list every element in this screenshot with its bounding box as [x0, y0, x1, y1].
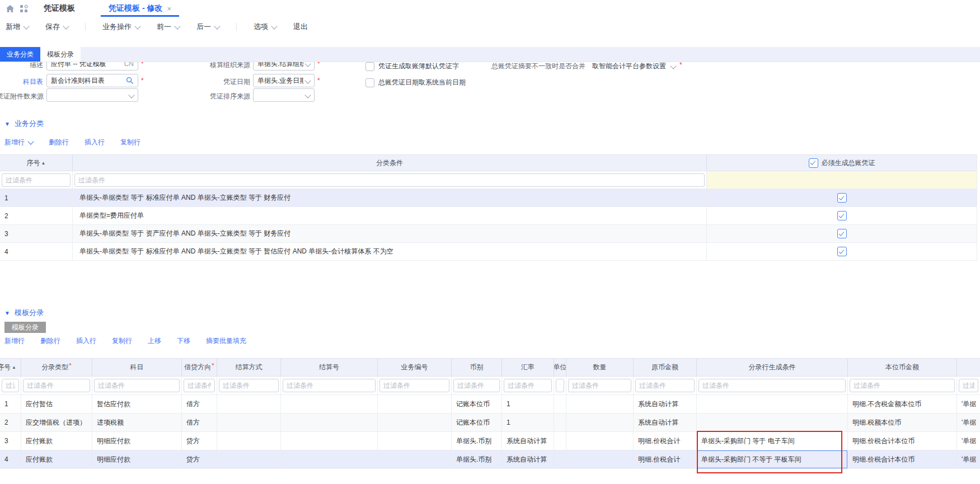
- search-icon[interactable]: [126, 77, 134, 84]
- business-section-header[interactable]: ▼ 业务分类: [4, 119, 44, 129]
- settle-no-cell[interactable]: [281, 432, 378, 450]
- seq-cell[interactable]: 1: [0, 189, 73, 206]
- base-amount-cell[interactable]: 明细.价税合计本位币: [848, 432, 957, 450]
- filter-input[interactable]: [635, 379, 695, 392]
- settle-method-cell[interactable]: [217, 450, 281, 468]
- currency-cell[interactable]: 记账本位币: [452, 413, 502, 431]
- filter-input[interactable]: [2, 379, 19, 392]
- dc-direction-cell[interactable]: 借方: [182, 413, 217, 431]
- filter-input[interactable]: [850, 379, 955, 392]
- seq-cell[interactable]: 3: [0, 225, 73, 242]
- seq-cell[interactable]: 1: [0, 395, 21, 413]
- entry-type-cell[interactable]: 应付账款: [21, 450, 92, 468]
- table-row[interactable]: 2 单据类型=费用应付单: [0, 207, 977, 225]
- base-amount-cell[interactable]: 明细.税额本位币: [848, 413, 957, 431]
- table-row[interactable]: 1 单据头-单据类型 等于 标准应付单 AND 单据头-立账类型 等于 财务应付: [0, 189, 977, 207]
- entry-type-cell[interactable]: 应付账款: [21, 432, 92, 450]
- table-row[interactable]: 1 应付暂估 暂估应付款 借方 记账本位币 1 系统自动计算 明细.不含税金额本…: [0, 395, 980, 413]
- batch-fill-summary-button[interactable]: 摘要批量填充: [206, 336, 246, 346]
- seq-cell[interactable]: 2: [0, 413, 21, 431]
- row-checkbox[interactable]: [837, 229, 847, 238]
- insert-row-button[interactable]: 插入行: [85, 138, 105, 147]
- filter-input[interactable]: [453, 379, 500, 392]
- exchange-rate-cell[interactable]: 系统自动计算: [502, 432, 554, 450]
- settle-no-cell[interactable]: [281, 395, 378, 413]
- close-icon[interactable]: ×: [167, 4, 171, 13]
- table-row[interactable]: 4 单据头-单据类型 等于 标准应付单 AND 单据头-立账类型 等于 暂估应付…: [0, 243, 977, 261]
- merge-option-select[interactable]: 取智能会计平台参数设置: [592, 62, 676, 71]
- unit-cell[interactable]: [554, 395, 566, 413]
- condition-filter-input[interactable]: [74, 173, 705, 187]
- quantity-cell[interactable]: [566, 413, 634, 431]
- menu-new[interactable]: 新增: [6, 22, 29, 32]
- window-tab-voucher-template-edit[interactable]: 凭证模板 - 修改 ×: [101, 0, 179, 17]
- sort-source-select[interactable]: [253, 88, 315, 102]
- seq-cell[interactable]: 3: [0, 432, 21, 450]
- settle-method-cell[interactable]: [217, 413, 281, 431]
- seq-filter-input[interactable]: [2, 173, 71, 187]
- original-amount-cell[interactable]: 明细.价税合计: [634, 432, 697, 450]
- home-icon[interactable]: [6, 4, 15, 13]
- entry-condition-cell[interactable]: [697, 395, 848, 413]
- menu-exit[interactable]: 退出: [293, 22, 308, 32]
- entries-subtab[interactable]: 模板分录: [4, 322, 46, 333]
- menu-save[interactable]: 保存: [45, 22, 68, 32]
- filter-input[interactable]: [504, 379, 552, 392]
- unit-cell[interactable]: [554, 432, 566, 450]
- copy-row-button[interactable]: 复制行: [120, 138, 140, 147]
- business-no-cell[interactable]: [378, 450, 452, 468]
- exchange-rate-cell[interactable]: 1: [502, 395, 554, 413]
- window-tab-voucher-template[interactable]: 凭证模板: [44, 3, 75, 13]
- quantity-cell[interactable]: [566, 450, 634, 468]
- dc-direction-cell[interactable]: 借方: [182, 395, 217, 413]
- filter-input[interactable]: [283, 379, 376, 392]
- move-up-button[interactable]: 上移: [148, 336, 161, 346]
- base-amount-cell[interactable]: 明细.不含税金额本位币: [848, 395, 957, 413]
- unit-cell[interactable]: [554, 413, 566, 431]
- table-row-selected[interactable]: 4 应付账款 明细应付款 贷方 单据头.币别 系统自动计算 明细.价税合计 单据…: [0, 450, 980, 469]
- table-row[interactable]: 3 应付账款 明细应付款 贷方 单据头.币别 系统自动计算 明细.价税合计 单据…: [0, 432, 980, 450]
- business-no-cell[interactable]: [378, 395, 452, 413]
- quantity-cell[interactable]: [566, 432, 634, 450]
- entry-condition-cell-selected[interactable]: 单据头-采购部门 不等于 平板车间: [697, 450, 848, 468]
- table-row[interactable]: 3 单据头-单据类型 等于 资产应付单 AND 单据头-立账类型 等于 财务应付: [0, 225, 977, 243]
- account-cell[interactable]: 明细应付款: [92, 432, 182, 450]
- filter-input[interactable]: [698, 379, 846, 392]
- add-row-button[interactable]: 新增行: [4, 336, 25, 346]
- filter-input[interactable]: [379, 379, 449, 392]
- copy-row-button[interactable]: 复制行: [112, 336, 132, 346]
- summary-cell[interactable]: '单据: [957, 413, 980, 431]
- condition-cell[interactable]: 单据头-单据类型 等于 标准应付单 AND 单据头-立账类型 等于 暂估应付 A…: [73, 243, 707, 260]
- exchange-rate-cell[interactable]: 1: [502, 413, 554, 431]
- seq-cell[interactable]: 4: [0, 450, 21, 468]
- settle-no-cell[interactable]: [281, 450, 378, 468]
- seq-cell[interactable]: 2: [0, 207, 73, 224]
- dc-direction-cell[interactable]: 贷方: [182, 432, 217, 450]
- quantity-cell[interactable]: [566, 395, 634, 413]
- move-down-button[interactable]: 下移: [177, 336, 190, 346]
- filter-input[interactable]: [556, 379, 564, 392]
- column-header-seq[interactable]: 序号 ▲: [0, 155, 73, 171]
- exchange-rate-cell[interactable]: 系统自动计算: [502, 450, 554, 468]
- attach-source-select[interactable]: [46, 88, 138, 102]
- condition-cell[interactable]: 单据类型=费用应付单: [73, 207, 707, 224]
- business-no-cell[interactable]: [378, 413, 452, 431]
- delete-row-button[interactable]: 删除行: [49, 138, 69, 147]
- summary-cell[interactable]: '单据: [957, 395, 980, 413]
- filter-input[interactable]: [184, 379, 215, 392]
- apps-grid-icon[interactable]: [20, 4, 28, 13]
- voucher-date-select[interactable]: 单据头.业务日期: [253, 74, 315, 87]
- entry-type-cell[interactable]: 应交增值税（进项）: [21, 413, 92, 431]
- business-no-cell[interactable]: [378, 432, 452, 450]
- account-cell[interactable]: 暂估应付款: [92, 395, 182, 413]
- filter-input[interactable]: [23, 379, 90, 392]
- menu-options[interactable]: 选项: [254, 22, 276, 32]
- menu-next[interactable]: 后一: [196, 22, 219, 32]
- add-row-button[interactable]: 新增行: [4, 138, 33, 147]
- settle-method-cell[interactable]: [217, 432, 281, 450]
- filter-input[interactable]: [219, 379, 279, 392]
- delete-row-button[interactable]: 删除行: [40, 336, 60, 346]
- entries-section-header[interactable]: ▼ 模板分录: [4, 308, 44, 318]
- currency-cell[interactable]: 单据头.币别: [452, 432, 502, 450]
- settle-method-cell[interactable]: [217, 395, 281, 413]
